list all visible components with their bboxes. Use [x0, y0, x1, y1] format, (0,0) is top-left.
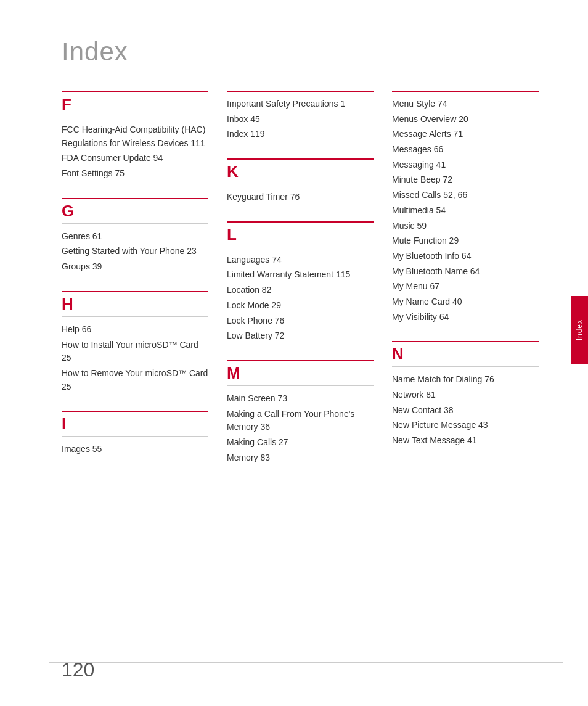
letter-M: M: [227, 364, 374, 383]
item: Making a Call From Your Phone's Memory 3…: [227, 408, 374, 434]
divider-bottom-F: [62, 117, 208, 117]
item: Getting Started with Your Phone 23: [62, 245, 208, 258]
item: Important Safety Precautions 1: [227, 97, 374, 111]
section-N: N Name Match for Dialing 76 Network 81 N…: [392, 341, 539, 447]
divider-bottom-K: [227, 184, 374, 184]
item: New Contact 38: [392, 404, 539, 417]
section-M-continued: Menu Style 74 Menus Overview 20 Message …: [392, 91, 539, 324]
item: Images 55: [62, 443, 208, 456]
item: FCC Hearing-Aid Compatibility (HAC) Regu…: [62, 123, 208, 150]
item: Name Match for Dialing 76: [392, 373, 539, 387]
section-F: F FCC Hearing-Aid Compatibility (HAC) Re…: [62, 91, 208, 181]
items-L: Languages 74 Limited Warranty Statement …: [227, 253, 374, 343]
items-H: Help 66 How to Install Your microSD™ Car…: [62, 323, 208, 393]
letter-F: F: [62, 95, 208, 114]
column-2: Important Safety Precautions 1 Inbox 45 …: [227, 91, 374, 482]
divider-top-N: [392, 341, 539, 342]
index-side-tab: Index: [571, 296, 588, 364]
letter-L: L: [227, 225, 374, 244]
divider-top-G: [62, 198, 208, 199]
item: Main Screen 73: [227, 392, 374, 406]
divider-top-L: [227, 221, 374, 223]
items-N: Name Match for Dialing 76 Network 81 New…: [392, 373, 539, 447]
item: Mute Function 29: [392, 234, 539, 248]
item: New Text Message 41: [392, 434, 539, 448]
divider-top-M: [227, 360, 374, 361]
section-G: G Genres 61 Getting Started with Your Ph…: [62, 198, 208, 274]
item: FDA Consumer Update 94: [62, 152, 208, 165]
item: Messages 66: [392, 143, 539, 157]
item: Index 119: [227, 128, 374, 141]
item: My Bluetooth Name 64: [392, 265, 539, 279]
item: Keyguard Timer 76: [227, 191, 374, 204]
letter-N: N: [392, 345, 539, 364]
items-M-cont: Menu Style 74 Menus Overview 20 Message …: [392, 97, 539, 324]
item: Music 59: [392, 220, 539, 233]
item: Inbox 45: [227, 113, 374, 126]
items-F: FCC Hearing-Aid Compatibility (HAC) Regu…: [62, 123, 208, 181]
divider-top-K: [227, 158, 374, 160]
item: Minute Beep 72: [392, 173, 539, 187]
section-K: K Keyguard Timer 76: [227, 158, 374, 204]
items-I: Images 55: [62, 443, 208, 456]
item: Memory 83: [227, 451, 374, 465]
item: Menu Style 74: [392, 97, 539, 111]
bottom-divider: [49, 662, 563, 663]
item: Help 66: [62, 323, 208, 337]
divider-bottom-H: [62, 316, 208, 317]
section-H: H Help 66 How to Install Your microSD™ C…: [62, 291, 208, 393]
item: How to Remove Your microSD™ Card 25: [62, 367, 208, 393]
divider-top-I: [62, 411, 208, 412]
letter-G: G: [62, 202, 208, 221]
item: Languages 74: [227, 253, 374, 267]
item: Making Calls 27: [227, 436, 374, 449]
item: New Picture Message 43: [392, 419, 539, 432]
letter-I: I: [62, 414, 208, 433]
letter-H: H: [62, 295, 208, 314]
divider-bottom-L: [227, 247, 374, 247]
divider-top-i-cont: [227, 91, 374, 92]
item: Network 81: [392, 388, 539, 402]
letter-K: K: [227, 162, 374, 181]
divider-top-m-cont: [392, 91, 539, 92]
item: Menus Overview 20: [392, 113, 539, 126]
items-M: Main Screen 73 Making a Call From Your P…: [227, 392, 374, 464]
divider-top-H: [62, 291, 208, 292]
side-tab-label: Index: [575, 319, 584, 340]
column-1: F FCC Hearing-Aid Compatibility (HAC) Re…: [62, 91, 208, 482]
item: Limited Warranty Statement 115: [227, 268, 374, 282]
item: My Visibility 64: [392, 311, 539, 324]
divider-bottom-G: [62, 223, 208, 224]
page-number: 120: [62, 659, 94, 681]
page-title: Index: [62, 37, 539, 67]
items-K: Keyguard Timer 76: [227, 191, 374, 204]
index-grid: F FCC Hearing-Aid Compatibility (HAC) Re…: [62, 91, 539, 482]
section-I: I Images 55: [62, 411, 208, 456]
section-L: L Languages 74 Limited Warranty Statemen…: [227, 221, 374, 343]
item: Groups 39: [62, 260, 208, 274]
item: Messaging 41: [392, 158, 539, 172]
item: Lock Phone 76: [227, 314, 374, 328]
item: My Menu 67: [392, 280, 539, 293]
column-3: Menu Style 74 Menus Overview 20 Message …: [392, 91, 539, 482]
page: Index F FCC Hearing-Aid Compatibility (H…: [0, 0, 588, 706]
item: Low Battery 72: [227, 329, 374, 343]
divider-bottom-I: [62, 436, 208, 437]
item: How to Install Your microSD™ Card 25: [62, 339, 208, 365]
item: Multimedia 54: [392, 204, 539, 218]
divider-top-F: [62, 91, 208, 92]
item: Missed Calls 52, 66: [392, 189, 539, 202]
section-M: M Main Screen 73 Making a Call From Your…: [227, 360, 374, 464]
divider-bottom-N: [392, 366, 539, 367]
item: Lock Mode 29: [227, 299, 374, 313]
items-I-cont: Important Safety Precautions 1 Inbox 45 …: [227, 97, 374, 141]
item: Message Alerts 71: [392, 128, 539, 141]
item: Genres 61: [62, 230, 208, 244]
item: Location 82: [227, 284, 374, 297]
item: My Name Card 40: [392, 295, 539, 309]
divider-bottom-M: [227, 385, 374, 386]
section-I-continued: Important Safety Precautions 1 Inbox 45 …: [227, 91, 374, 141]
items-G: Genres 61 Getting Started with Your Phon…: [62, 230, 208, 274]
item: My Bluetooth Info 64: [392, 250, 539, 263]
item: Font Settings 75: [62, 167, 208, 181]
